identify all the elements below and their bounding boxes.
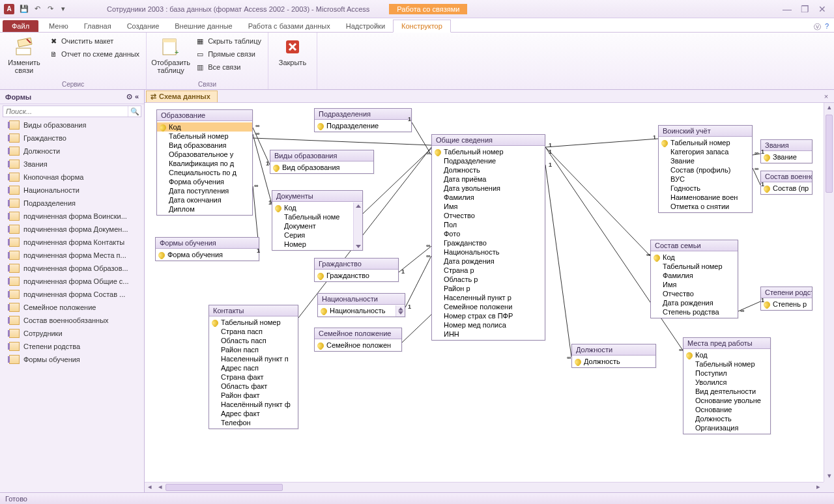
table-sostav[interactable]: Состав семьиКодТабельный номерФамилияИмя… — [650, 240, 738, 318]
qat-undo[interactable]: ↶ — [31, 3, 43, 15]
qat-redo[interactable]: ↷ — [44, 3, 56, 15]
hide-table-button[interactable]: ▦Скрыть таблицу — [194, 35, 263, 47]
table-title[interactable]: Семейное положение — [315, 328, 401, 339]
table-zvan[interactable]: ЗванияЗвание — [760, 139, 812, 163]
table-title[interactable]: Состав семьи — [651, 240, 738, 251]
table-field[interactable]: Страна пасп — [209, 327, 298, 336]
table-field[interactable]: Имя — [432, 202, 545, 211]
table-obsh[interactable]: Общие сведенияТабельный номерПодразделен… — [431, 134, 545, 341]
nav-item[interactable]: Кнопочная форма — [0, 171, 144, 184]
table-title[interactable]: Места пред работы — [683, 338, 770, 349]
table-title[interactable]: Виды образования — [270, 150, 373, 161]
table-field[interactable]: Табельный номер — [683, 359, 770, 369]
table-field[interactable]: Номер — [272, 240, 362, 249]
tab-menu[interactable]: Меню — [41, 20, 76, 32]
table-field[interactable]: Район р — [432, 284, 545, 293]
table-field[interactable]: Табельный номе — [272, 212, 362, 221]
table-field[interactable]: Семейное положен — [315, 341, 401, 350]
table-field[interactable]: Звание — [659, 156, 752, 165]
table-field[interactable]: Табельный номер — [157, 132, 252, 141]
table-field[interactable]: Табельный номер — [209, 318, 298, 327]
table-field[interactable]: Код — [651, 253, 738, 262]
table-field[interactable]: Специальность по д — [157, 168, 252, 177]
table-field[interactable]: Населенный пункт р — [432, 293, 545, 302]
nav-item[interactable]: подчиненная форма Состав ... — [0, 288, 144, 301]
show-table-button[interactable]: + Отобразить таблицу — [152, 35, 190, 74]
table-field[interactable]: Семейное положени — [432, 302, 545, 311]
table-field[interactable]: Категория запаса — [659, 147, 752, 156]
table-field[interactable]: Населённый пункт ф — [209, 400, 298, 409]
table-grazh[interactable]: ГражданствоГражданство — [314, 258, 399, 282]
table-field[interactable]: Табельный номер — [432, 147, 545, 156]
table-field[interactable]: Диплом — [157, 204, 252, 214]
close-button-ribbon[interactable]: Закрыть — [274, 35, 311, 66]
table-formy[interactable]: Формы обученияФорма обучения — [155, 237, 259, 261]
table-field[interactable]: Дата поступления — [157, 186, 252, 195]
clear-layout-button[interactable]: ✖Очистить макет — [47, 35, 141, 47]
nav-collapse-icon[interactable]: « — [135, 92, 139, 101]
table-field[interactable]: Форма обучения — [156, 250, 259, 259]
scroll-down-icon[interactable]: ▾ — [824, 471, 834, 482]
ribbon-minimize-icon[interactable]: ⓥ — [814, 22, 821, 32]
nav-search-input[interactable] — [3, 106, 128, 117]
table-title[interactable]: Документы — [272, 191, 362, 202]
table-field[interactable]: Страна р — [432, 266, 545, 275]
table-field[interactable]: Табельный номер — [651, 262, 738, 271]
table-field[interactable]: Район факт — [209, 391, 298, 400]
table-title[interactable]: Гражданство — [315, 259, 398, 270]
table-field[interactable]: Район пасп — [209, 345, 298, 354]
table-field[interactable]: Состав (профиль) — [659, 165, 752, 175]
table-field[interactable]: Табельный номер — [659, 138, 752, 147]
table-field[interactable]: Гражданство — [315, 271, 398, 280]
table-title[interactable]: Воинский учёт — [659, 126, 752, 137]
nav-item[interactable]: Гражданство — [0, 132, 144, 145]
table-field[interactable]: Код — [157, 122, 252, 132]
horizontal-scrollbar[interactable]: ◂ ◂ ▸ — [145, 482, 824, 492]
nav-item[interactable]: Виды образования — [0, 119, 144, 132]
table-field[interactable]: Дата рождения — [432, 257, 545, 266]
tab-design[interactable]: Конструктор — [393, 20, 451, 33]
tab-file[interactable]: Файл — [3, 20, 38, 32]
tab-create[interactable]: Создание — [119, 20, 167, 32]
qat-more[interactable]: ▾ — [57, 3, 69, 15]
table-field[interactable]: Адрес факт — [209, 409, 298, 418]
qat-save[interactable]: 💾 — [18, 3, 30, 15]
table-field[interactable]: Код — [683, 350, 770, 359]
nav-item[interactable]: Формы обучения — [0, 353, 144, 366]
all-relations-button[interactable]: ▥Все связи — [194, 61, 263, 73]
table-dolzh[interactable]: ДолжностиДолжность — [571, 344, 656, 368]
nav-item[interactable]: подчиненная форма Докумен... — [0, 223, 144, 236]
table-field[interactable]: Фамилия — [651, 271, 738, 280]
table-sem[interactable]: Семейное положениеСемейное положен — [314, 328, 402, 352]
edit-relations-button[interactable]: Изменить связи — [5, 35, 43, 74]
nav-item[interactable]: подчиненная форма Общие с... — [0, 275, 144, 288]
table-title[interactable]: Степени родст — [761, 287, 812, 298]
table-field[interactable]: Страна факт — [209, 372, 298, 382]
hscroll-thumb[interactable] — [165, 484, 283, 491]
table-title[interactable]: Формы обучения — [156, 238, 259, 249]
relation-report-button[interactable]: 🗎Отчет по схеме данных — [47, 48, 141, 60]
table-kont[interactable]: КонтактыТабельный номерСтрана паспОбласт… — [208, 305, 298, 429]
table-field[interactable]: Отчество — [432, 211, 545, 220]
search-icon[interactable]: 🔍 — [128, 106, 141, 117]
table-obraz[interactable]: ОбразованиеКодТабельный номерВид образов… — [156, 109, 253, 216]
nav-dropdown-icon[interactable]: ⊙ — [126, 92, 132, 101]
table-field[interactable]: Квалификация по д — [157, 159, 252, 168]
table-field[interactable]: Номер мед полиса — [432, 320, 545, 329]
table-field[interactable]: Национальность — [432, 247, 545, 257]
table-field[interactable]: Должность — [432, 165, 545, 175]
restore-button[interactable]: ❐ — [801, 4, 809, 14]
document-tab[interactable]: ⇄ Схема данных — [146, 91, 218, 102]
table-voin[interactable]: Воинский учётТабельный номерКатегория за… — [658, 125, 753, 213]
nav-item[interactable]: Семейное положение — [0, 301, 144, 314]
table-title[interactable]: Контакты — [209, 305, 298, 316]
table-podraz[interactable]: ПодразделенияПодразделение — [314, 108, 412, 132]
table-step[interactable]: Степени родстСтепень р — [760, 287, 812, 311]
table-title[interactable]: Должности — [572, 344, 655, 356]
table-field[interactable]: Адрес пасп — [209, 363, 298, 372]
table-mesta[interactable]: Места пред работыКодТабельный номерПосту… — [683, 337, 771, 434]
table-field[interactable]: Степень родства — [651, 307, 738, 316]
table-field[interactable]: Подразделение — [432, 156, 545, 165]
table-field[interactable]: Фото — [432, 229, 545, 238]
table-title[interactable]: Образование — [157, 110, 252, 121]
